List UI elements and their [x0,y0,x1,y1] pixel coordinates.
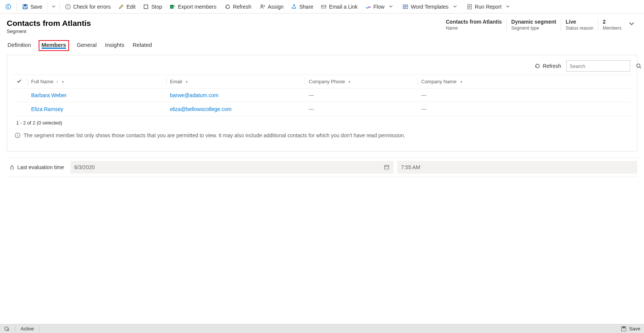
separator [59,3,60,11]
fact-value: 2 [603,19,621,25]
svg-rect-17 [5,327,8,330]
email-link-icon [321,4,327,10]
chevron-down-icon[interactable]: ▾ [460,80,462,84]
export-members-label: Export members [178,4,216,10]
search-input[interactable] [569,63,633,69]
evaluation-date-field[interactable]: 6/3/2020 [71,161,393,174]
status-text: Active [21,326,34,332]
tab-insights[interactable]: Insights [104,40,125,51]
contact-link[interactable]: Barbara Weber [31,92,67,98]
checkmark-icon [16,78,22,84]
last-evaluation-row: Last evaluation time 6/3/2020 7:55 AM [7,158,637,177]
members-grid: Full Name ↑ ▾ Email ▾ Company Phone ▾ [12,75,632,116]
column-select-all[interactable] [12,75,27,88]
svg-rect-3 [24,7,27,9]
chevron-down-icon[interactable]: ▾ [62,80,64,84]
tab-related[interactable]: Related [132,40,153,51]
svg-rect-6 [144,5,148,9]
evaluation-label: Last evaluation time [17,164,64,170]
fact-members: 2 Members [598,19,626,31]
pencil-icon [118,4,124,10]
edit-button[interactable]: Edit [114,0,139,14]
chevron-down-icon [387,4,395,9]
grid-refresh-button[interactable]: Refresh [534,63,561,69]
header-expand-chevron[interactable] [626,19,637,27]
grid-refresh-label: Refresh [543,63,561,69]
svg-text:x: x [171,5,173,9]
email-link-button[interactable]: Email a Link [317,0,361,14]
sort-ascending-icon: ↑ [56,80,59,84]
header-left: Contacts from Atlantis Segment [7,19,91,34]
stop-button[interactable]: Stop [139,0,166,14]
refresh-label: Refresh [233,4,251,10]
email-link[interactable]: eliza@bellowscollege.com [170,106,231,112]
grid-search[interactable] [566,60,630,72]
column-company-phone[interactable]: Company Phone ▾ [305,75,417,88]
check-errors-label: Check for errors [73,4,111,10]
save-icon [621,326,627,332]
fact-value: Contacts from Atlantis [446,19,502,25]
tab-general[interactable]: General [76,40,97,51]
evaluation-time-field[interactable]: 7:55 AM [397,161,637,174]
fact-status-reason: Live Status reason [561,19,598,31]
assign-label: Assign [268,4,284,10]
save-split-chevron[interactable] [50,4,58,9]
page-body: Contacts from Atlantis Segment Contacts … [0,14,644,324]
popout-icon[interactable] [4,326,10,332]
cell-company-name: --- [421,106,426,112]
run-report-label: Run Report [475,4,502,10]
check-errors-button[interactable]: Check for errors [61,0,114,14]
svg-rect-10 [321,5,326,8]
grid-paging: 1 - 2 of 2 (0 selected) [12,116,632,126]
fact-label: Name [446,26,502,31]
run-report-button[interactable]: Run Report [463,0,516,14]
word-templates-button[interactable]: Word Templates [399,0,463,14]
column-company-name[interactable]: Company Name ▾ [417,75,632,88]
evaluation-label-wrap: Last evaluation time [7,164,67,170]
entity-subtitle: Segment [7,28,91,34]
column-email[interactable]: Email ▾ [166,75,305,88]
contact-link[interactable]: Eliza Ramsey [31,106,63,112]
fact-value: Dynamic segment [511,19,556,25]
svg-point-13 [637,64,640,68]
separator [48,3,48,11]
flow-button[interactable]: Flow [362,0,399,14]
tab-members[interactable]: Members [39,40,69,51]
cell-company-name: --- [421,92,426,98]
report-icon [467,4,473,10]
info-icon [15,132,21,138]
share-label: Share [299,4,313,10]
refresh-icon [225,4,231,10]
back-button[interactable] [2,0,15,14]
search-icon[interactable] [636,63,642,69]
chevron-down-icon [504,4,512,9]
share-button[interactable]: Share [287,0,317,14]
column-full-name[interactable]: Full Name ↑ ▾ [27,75,166,88]
save-button[interactable]: Save [18,0,46,14]
chevron-down-icon[interactable]: ▾ [186,80,188,84]
info-text: The segment member list only shows those… [24,132,405,138]
refresh-button[interactable]: Refresh [221,0,255,14]
column-label: Company Phone [309,79,345,84]
export-members-button[interactable]: x Export members [166,0,220,14]
footer-save-button[interactable]: Save [621,326,640,332]
evaluation-time-value: 7:55 AM [401,164,420,170]
calendar-icon[interactable] [384,164,390,170]
svg-rect-19 [623,327,625,328]
members-panel: Refresh [7,55,637,152]
lock-icon [9,164,15,170]
chevron-down-icon [451,4,459,9]
chevron-down-icon[interactable]: ▾ [348,80,351,84]
page-title: Contacts from Atlantis [7,19,91,28]
assign-button[interactable]: Assign [256,0,287,14]
save-icon [22,4,28,10]
grid-info-note: The segment member list only shows those… [12,126,632,140]
status-bar: Active Save [0,324,644,333]
table-row[interactable]: Barbara Weber barwe@adatum.com --- --- [12,88,632,102]
email-link[interactable]: barwe@adatum.com [170,92,218,98]
command-bar: Save Check for errors Edit Stop x Export… [0,0,644,14]
table-row[interactable]: Eliza Ramsey eliza@bellowscollege.com --… [12,102,632,116]
tab-definition[interactable]: Definition [7,40,32,51]
column-label: Full Name [31,79,53,84]
header-facts: Contacts from Atlantis Name Dynamic segm… [441,19,638,31]
